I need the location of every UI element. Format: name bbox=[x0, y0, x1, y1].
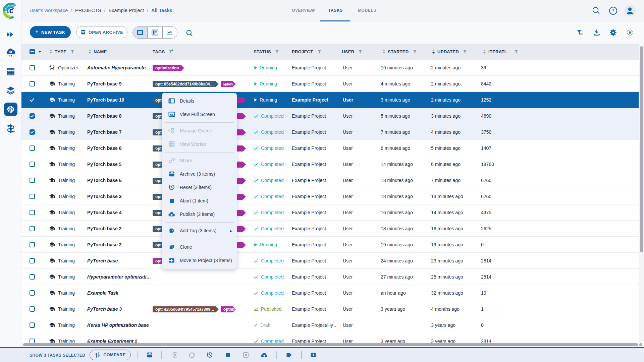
svg-text:c: c bbox=[9, 6, 13, 15]
svg-text:?: ? bbox=[612, 8, 614, 13]
